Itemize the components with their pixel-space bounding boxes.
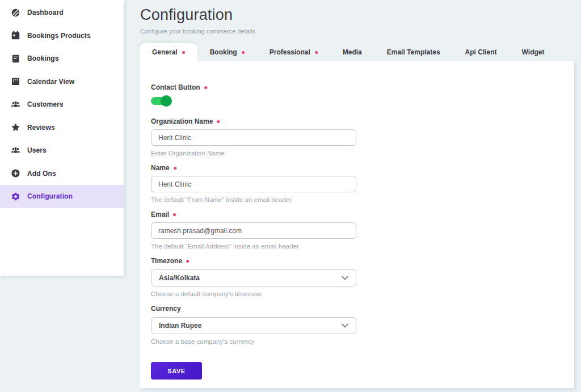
tab-general[interactable]: General xyxy=(140,43,197,61)
required-dot xyxy=(174,167,176,170)
sidebar-item-calendar-view[interactable]: Calendar View xyxy=(0,70,124,94)
bookings-products-icon xyxy=(11,31,20,40)
email-label: Email xyxy=(151,210,169,218)
tab-label: Widget xyxy=(522,48,545,56)
star-icon xyxy=(11,123,20,132)
tab-label: General xyxy=(152,48,178,56)
sidebar-item-label: Bookings Products xyxy=(27,32,91,40)
required-dot xyxy=(173,213,176,216)
sidebar-item-label: Calendar View xyxy=(27,78,74,86)
name-field: Name The default “From Name” inside an e… xyxy=(151,164,368,203)
tab-bar: General Booking Professional Media Email… xyxy=(140,43,557,61)
sidebar-nav: Dashboard Bookings Products Bookings Cal… xyxy=(0,0,124,208)
contact-button-field: Contact Button xyxy=(151,83,368,105)
tab-label: Api Client xyxy=(465,48,497,56)
users-icon xyxy=(11,146,20,155)
tab-label: Professional xyxy=(270,48,310,56)
sidebar-item-label: Add Ons xyxy=(27,170,56,178)
sidebar-item-dashboard[interactable]: Dashboard xyxy=(0,1,124,24)
field-label: Currency xyxy=(151,305,368,313)
timezone-label: Timezone xyxy=(151,257,182,265)
calendar-view-icon xyxy=(11,77,20,86)
tab-label: Media xyxy=(343,48,362,56)
tab-content-panel: Contact Button Organization Name Enter O… xyxy=(140,61,574,388)
tab-widget[interactable]: Widget xyxy=(510,43,557,61)
save-button[interactable]: SAVE xyxy=(151,362,202,380)
required-dot xyxy=(217,120,220,123)
sidebar-item-label: Configuration xyxy=(27,192,73,200)
tab-email-templates[interactable]: Email Templates xyxy=(374,43,453,61)
required-dot xyxy=(204,86,207,89)
sidebar-item-label: Reviews xyxy=(27,124,55,132)
organization-name-field: Organization Name Enter Organization Nam… xyxy=(151,117,368,157)
page-header: Configuration Configure your booking com… xyxy=(140,6,255,35)
sidebar-item-label: Customers xyxy=(27,100,64,108)
timezone-select[interactable]: Asia/Kolkata xyxy=(151,269,356,286)
sidebar-item-label: Users xyxy=(27,146,47,154)
tab-media[interactable]: Media xyxy=(330,43,374,61)
toggle-knob xyxy=(161,95,172,107)
sidebar-item-bookings[interactable]: Bookings xyxy=(0,47,124,70)
field-helper: The default “Email Address” inside an em… xyxy=(151,243,368,250)
name-label: Name xyxy=(151,164,170,172)
sidebar-item-label: Bookings xyxy=(27,54,58,62)
field-label: Organization Name xyxy=(151,117,368,125)
tab-api-client[interactable]: Api Client xyxy=(453,43,510,61)
timezone-selected-value: Asia/Kolkata xyxy=(159,274,200,282)
dashboard-icon xyxy=(11,8,20,18)
tab-professional[interactable]: Professional xyxy=(257,43,330,61)
bookings-icon xyxy=(11,54,20,64)
field-helper: Choose a base company's currency xyxy=(151,338,368,345)
chevron-down-icon xyxy=(342,323,348,328)
sidebar-item-users[interactable]: Users xyxy=(0,139,124,162)
chevron-down-icon xyxy=(342,276,348,280)
organization-name-input[interactable] xyxy=(151,129,356,146)
currency-selected-value: Indian Rupee xyxy=(159,322,201,330)
contact-button-label: Contact Button xyxy=(151,83,200,91)
field-helper: Choose a default company's timezone xyxy=(151,290,368,297)
contact-button-toggle[interactable] xyxy=(151,97,171,105)
general-settings-form: Contact Button Organization Name Enter O… xyxy=(140,61,368,380)
gear-icon xyxy=(11,192,20,201)
tab-label: Email Templates xyxy=(387,48,440,56)
currency-select[interactable]: Indian Rupee xyxy=(151,317,356,334)
timezone-field: Timezone Asia/Kolkata Choose a default c… xyxy=(151,257,368,297)
name-input[interactable] xyxy=(151,176,356,192)
sidebar-item-label: Dashboard xyxy=(27,9,64,16)
tab-booking[interactable]: Booking xyxy=(197,43,257,61)
tab-label: Booking xyxy=(210,48,237,56)
page-subtitle: Configure your booking commerce details xyxy=(140,28,255,35)
page-title: Configuration xyxy=(140,6,255,24)
organization-name-label: Organization Name xyxy=(151,117,213,125)
field-label: Name xyxy=(151,164,368,172)
field-helper: Enter Organization Name xyxy=(151,150,368,157)
customers-icon xyxy=(11,100,20,109)
field-label: Timezone xyxy=(151,257,368,265)
sidebar-item-customers[interactable]: Customers xyxy=(0,93,124,116)
required-dot xyxy=(186,260,189,263)
sidebar-item-reviews[interactable]: Reviews xyxy=(0,116,124,140)
sidebar-item-bookings-products[interactable]: Bookings Products xyxy=(0,24,124,48)
email-input[interactable] xyxy=(151,222,356,239)
required-dot xyxy=(182,51,185,54)
email-field: Email The default “Email Address” inside… xyxy=(151,210,368,250)
sidebar-item-add-ons[interactable]: Add Ons xyxy=(0,162,124,186)
required-dot xyxy=(315,51,318,54)
currency-label: Currency xyxy=(151,305,181,313)
sidebar-item-configuration[interactable]: Configuration xyxy=(0,185,124,208)
currency-field: Currency Indian Rupee Choose a base comp… xyxy=(151,305,368,345)
field-label: Contact Button xyxy=(151,83,368,91)
plus-circle-icon xyxy=(11,168,20,178)
field-label: Email xyxy=(151,210,368,218)
required-dot xyxy=(242,51,245,54)
field-helper: The default “From Name” inside an email … xyxy=(151,196,368,203)
sidebar: Dashboard Bookings Products Bookings Cal… xyxy=(0,0,124,276)
